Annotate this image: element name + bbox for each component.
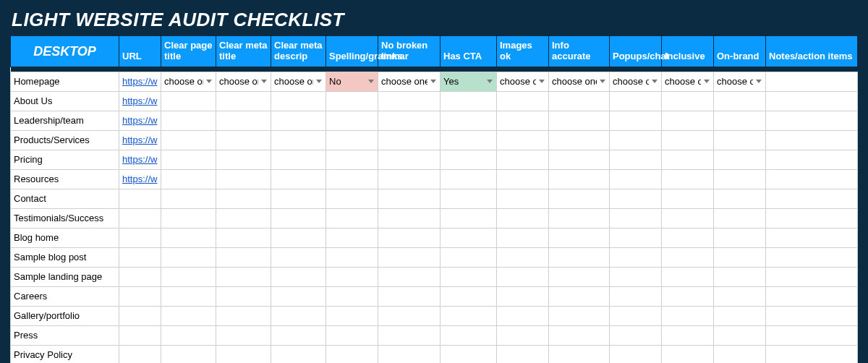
dropdown-cell[interactable] [662, 189, 714, 208]
dropdown-cell[interactable] [497, 150, 549, 169]
dropdown-cell[interactable] [161, 228, 216, 247]
dropdown-cell[interactable]: choose one [271, 72, 326, 91]
dropdown-cell[interactable] [441, 130, 497, 150]
dropdown-cell[interactable] [549, 247, 610, 267]
dropdown-cell[interactable] [610, 91, 662, 111]
dropdown-cell[interactable] [441, 247, 497, 267]
dropdown-cell[interactable] [662, 325, 714, 345]
dropdown-cell[interactable] [610, 306, 662, 325]
dropdown-cell[interactable]: choose one [610, 72, 662, 91]
dropdown-cell[interactable] [497, 111, 549, 130]
dropdown-cell[interactable] [326, 345, 378, 363]
url-link[interactable]: https://w [122, 76, 157, 87]
dropdown-cell[interactable] [549, 130, 610, 150]
dropdown-cell[interactable] [441, 306, 497, 325]
dropdown-cell[interactable] [216, 91, 271, 111]
dropdown-cell[interactable] [216, 228, 271, 247]
dropdown-cell[interactable] [271, 189, 326, 208]
dropdown-cell[interactable] [441, 150, 497, 169]
url-cell[interactable]: https://w [119, 169, 161, 189]
dropdown-cell[interactable] [497, 208, 549, 228]
dropdown-cell[interactable] [271, 306, 326, 325]
dropdown-cell[interactable] [271, 130, 326, 150]
url-link[interactable]: https://w [122, 154, 157, 165]
dropdown-cell[interactable] [216, 189, 271, 208]
dropdown-cell[interactable] [549, 150, 610, 169]
dropdown-cell[interactable] [549, 286, 610, 306]
dropdown-cell[interactable] [271, 111, 326, 130]
dropdown-cell[interactable] [161, 91, 216, 111]
notes-cell[interactable] [766, 228, 858, 247]
dropdown-cell[interactable] [326, 189, 378, 208]
dropdown-cell[interactable] [610, 228, 662, 247]
dropdown-cell[interactable] [378, 130, 441, 150]
dropdown-cell[interactable]: choose one [497, 72, 549, 91]
dropdown-cell[interactable] [610, 325, 662, 345]
dropdown-cell[interactable] [378, 111, 441, 130]
dropdown-cell[interactable] [497, 189, 549, 208]
dropdown-cell[interactable] [662, 111, 714, 130]
dropdown-cell[interactable]: choose one [662, 72, 714, 91]
dropdown-cell[interactable] [549, 306, 610, 325]
dropdown-cell[interactable] [216, 169, 271, 189]
dropdown-cell[interactable] [271, 208, 326, 228]
dropdown-cell[interactable] [497, 228, 549, 247]
dropdown-cell[interactable] [271, 247, 326, 267]
dropdown-cell[interactable] [714, 247, 766, 267]
dropdown-cell[interactable] [326, 169, 378, 189]
dropdown-cell[interactable] [714, 345, 766, 363]
dropdown-cell[interactable] [497, 345, 549, 363]
dropdown-cell[interactable] [326, 306, 378, 325]
url-link[interactable]: https://w [122, 115, 157, 126]
dropdown-cell[interactable] [271, 345, 326, 363]
dropdown-cell[interactable] [610, 130, 662, 150]
dropdown-cell[interactable] [441, 208, 497, 228]
dropdown-cell[interactable] [714, 325, 766, 345]
dropdown-cell[interactable] [497, 267, 549, 286]
dropdown-cell[interactable] [549, 325, 610, 345]
dropdown-cell[interactable]: No [326, 72, 378, 91]
dropdown-cell[interactable] [161, 130, 216, 150]
dropdown-cell[interactable] [549, 111, 610, 130]
dropdown-cell[interactable] [714, 169, 766, 189]
dropdown-cell[interactable] [161, 345, 216, 363]
notes-cell[interactable] [766, 267, 858, 286]
dropdown-cell[interactable] [497, 247, 549, 267]
url-link[interactable]: https://w [122, 95, 157, 106]
notes-cell[interactable] [766, 345, 858, 363]
dropdown-cell[interactable] [441, 91, 497, 111]
dropdown-cell[interactable] [216, 247, 271, 267]
notes-cell[interactable] [766, 91, 858, 111]
dropdown-cell[interactable] [271, 267, 326, 286]
dropdown-cell[interactable] [216, 111, 271, 130]
dropdown-cell[interactable] [497, 286, 549, 306]
dropdown-cell[interactable] [610, 286, 662, 306]
dropdown-cell[interactable] [326, 111, 378, 130]
dropdown-cell[interactable] [662, 267, 714, 286]
dropdown-cell[interactable] [441, 228, 497, 247]
dropdown-cell[interactable] [497, 306, 549, 325]
dropdown-cell[interactable]: Yes [441, 72, 497, 91]
dropdown-cell[interactable] [216, 286, 271, 306]
dropdown-cell[interactable] [549, 345, 610, 363]
dropdown-cell[interactable] [610, 208, 662, 228]
dropdown-cell[interactable] [378, 345, 441, 363]
notes-cell[interactable] [766, 130, 858, 150]
dropdown-cell[interactable] [610, 267, 662, 286]
dropdown-cell[interactable] [271, 91, 326, 111]
notes-cell[interactable] [766, 325, 858, 345]
dropdown-cell[interactable] [497, 91, 549, 111]
dropdown-cell[interactable] [161, 169, 216, 189]
url-link[interactable]: https://w [122, 134, 157, 145]
dropdown-cell[interactable] [161, 286, 216, 306]
dropdown-cell[interactable] [497, 325, 549, 345]
dropdown-cell[interactable] [662, 130, 714, 150]
dropdown-cell[interactable] [662, 345, 714, 363]
dropdown-cell[interactable] [441, 286, 497, 306]
dropdown-cell[interactable] [610, 345, 662, 363]
dropdown-cell[interactable]: choose one [549, 72, 610, 91]
dropdown-cell[interactable] [216, 306, 271, 325]
dropdown-cell[interactable] [549, 91, 610, 111]
dropdown-cell[interactable] [378, 228, 441, 247]
dropdown-cell[interactable] [378, 91, 441, 111]
